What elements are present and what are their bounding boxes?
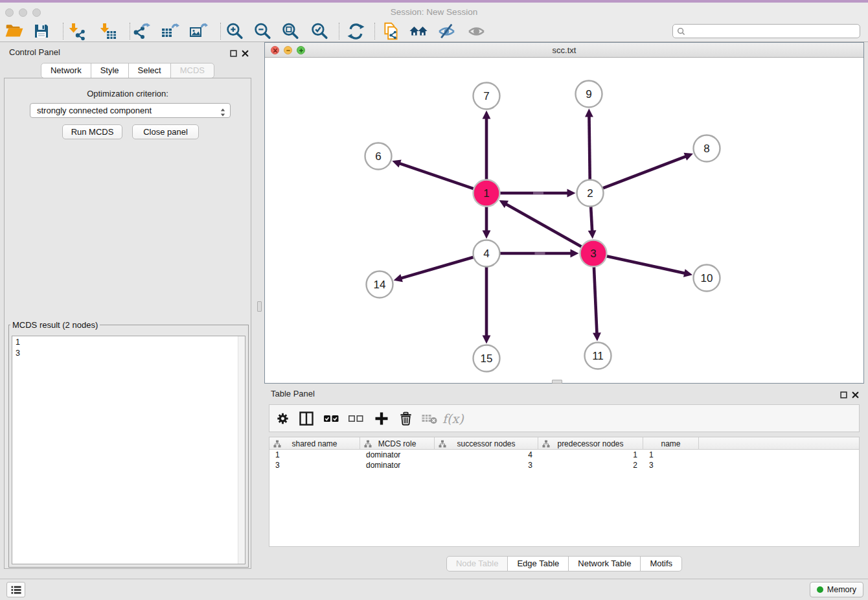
control-panel-header: Control Panel (0, 42, 255, 62)
export-network-icon[interactable] (131, 21, 151, 41)
toolbar-separator (220, 23, 221, 40)
table-cell[interactable]: 1 (269, 450, 360, 460)
graph-node-2[interactable]: 2 (577, 180, 604, 207)
export-image-icon[interactable] (188, 21, 208, 41)
zoom-in-icon[interactable] (225, 21, 244, 41)
zoom-selected-icon[interactable] (310, 21, 329, 41)
export-table-icon[interactable] (160, 21, 179, 41)
select-all-icon[interactable] (323, 411, 340, 426)
close-panel-button[interactable]: Close panel (132, 124, 199, 139)
import-table-icon[interactable] (98, 21, 117, 41)
graph-node-3[interactable]: 3 (580, 240, 607, 267)
graph-edge-2-9[interactable] (585, 108, 593, 179)
table-cell[interactable]: 3 (435, 460, 538, 470)
search-field[interactable] (672, 24, 860, 38)
graph-edge-2-3[interactable] (588, 206, 597, 238)
close-table-panel-icon[interactable] (852, 389, 859, 401)
search-input[interactable] (688, 26, 856, 36)
graph-node-4[interactable]: 4 (474, 240, 500, 267)
first-neighbors-icon[interactable] (409, 21, 428, 41)
table-cell[interactable]: 1 (538, 450, 643, 460)
table-row[interactable]: 3dominator323 (269, 460, 859, 470)
graph-edge-3-10[interactable] (606, 256, 692, 277)
graph-edge-1-7[interactable] (483, 111, 491, 180)
table-cell[interactable]: 2 (538, 460, 643, 470)
graph-node-9[interactable]: 9 (576, 81, 602, 108)
graph-edge-4-3[interactable] (500, 249, 579, 258)
duplicate-network-icon[interactable] (382, 21, 401, 41)
tab-style[interactable]: Style (91, 63, 129, 78)
column-header-shared-name[interactable]: shared name (269, 437, 360, 450)
svg-text:8: 8 (703, 143, 709, 155)
column-header-predecessor-nodes[interactable]: predecessor nodes (538, 437, 643, 450)
column-header-name[interactable]: name (643, 437, 699, 450)
graph-node-15[interactable]: 15 (474, 345, 500, 372)
memory-button[interactable]: Memory (810, 582, 863, 597)
delete-column-icon[interactable] (398, 411, 413, 426)
graph-edge-1-6[interactable] (392, 159, 474, 189)
network-window-titlebar: scc.txt (265, 43, 863, 58)
scrollbar[interactable] (238, 336, 245, 564)
toolbar-separator (339, 23, 339, 40)
graph-edge-3-11[interactable] (593, 266, 601, 341)
graph-node-11[interactable]: 11 (585, 343, 611, 369)
delete-table-icon[interactable] (421, 411, 438, 426)
run-mcds-button[interactable]: Run MCDS (62, 124, 122, 139)
table-options-icon[interactable] (275, 411, 290, 426)
split-panel-icon[interactable] (299, 411, 314, 426)
graph-edge-4-15[interactable] (483, 267, 491, 344)
graph-edge-3-1[interactable] (499, 200, 582, 247)
tab-network-table[interactable]: Network Table (568, 556, 641, 571)
graph-node-6[interactable]: 6 (365, 143, 392, 170)
graph-edge-2-8[interactable] (602, 153, 693, 189)
graph-node-1[interactable]: 1 (474, 180, 500, 207)
open-session-icon[interactable] (5, 21, 24, 41)
add-column-icon[interactable] (374, 411, 389, 426)
graph-edge-1-4[interactable] (483, 207, 491, 239)
network-canvas[interactable]: 1234678910111415 (265, 58, 863, 383)
zoom-out-icon[interactable] (253, 21, 272, 41)
table-cell[interactable]: dominator (360, 450, 435, 460)
float-table-panel-icon[interactable] (840, 389, 847, 401)
hide-selected-icon[interactable] (437, 21, 456, 41)
table-cell[interactable]: 3 (643, 460, 699, 470)
graph-node-10[interactable]: 10 (694, 265, 720, 292)
graph-node-8[interactable]: 8 (694, 135, 720, 162)
tab-network[interactable]: Network (41, 63, 91, 78)
tab-edge-table[interactable]: Edge Table (507, 556, 569, 571)
graph-edge-4-14[interactable] (394, 257, 474, 283)
node-table: shared nameMCDS rolesuccessor nodesprede… (269, 437, 860, 547)
function-builder-icon[interactable]: f(x) (442, 411, 464, 426)
column-header-successor-nodes[interactable]: successor nodes (435, 437, 538, 450)
table-cell[interactable]: 1 (643, 450, 699, 460)
show-panels-button[interactable] (6, 582, 25, 597)
show-all-icon[interactable] (466, 21, 486, 41)
table-cell[interactable]: 4 (435, 450, 538, 460)
graph-node-14[interactable]: 14 (367, 271, 393, 298)
criterion-dropdown[interactable]: strongly connected component (30, 103, 231, 118)
apply-layout-icon[interactable] (346, 21, 365, 41)
mcds-result-area[interactable]: 1 3 (12, 336, 246, 564)
tab-mcds[interactable]: MCDS (170, 63, 214, 78)
tab-motifs[interactable]: Motifs (640, 556, 682, 571)
graph-node-7[interactable]: 7 (474, 83, 500, 110)
table-row[interactable]: 1dominator411 (269, 450, 859, 460)
svg-text:9: 9 (586, 88, 591, 100)
column-header-mcds-role[interactable]: MCDS role (360, 437, 435, 450)
deselect-all-icon[interactable] (348, 411, 365, 426)
float-panel-icon[interactable] (230, 48, 237, 60)
close-panel-icon[interactable] (242, 48, 249, 60)
table-cell[interactable]: 3 (269, 460, 360, 470)
tab-node-table[interactable]: Node Table (446, 556, 508, 571)
zoom-fit-icon[interactable] (280, 21, 300, 41)
table-cell[interactable]: dominator (360, 460, 435, 470)
network-title: scc.txt (265, 45, 863, 55)
svg-text:2: 2 (587, 187, 593, 200)
table-panel-title: Table Panel (271, 389, 315, 398)
import-network-icon[interactable] (67, 21, 86, 41)
tab-select[interactable]: Select (128, 63, 171, 78)
graph-edge-1-2[interactable] (500, 189, 576, 198)
panel-splitter-horizontal[interactable] (552, 380, 562, 384)
save-session-icon[interactable] (32, 21, 51, 41)
panel-splitter-vertical[interactable] (257, 301, 262, 312)
